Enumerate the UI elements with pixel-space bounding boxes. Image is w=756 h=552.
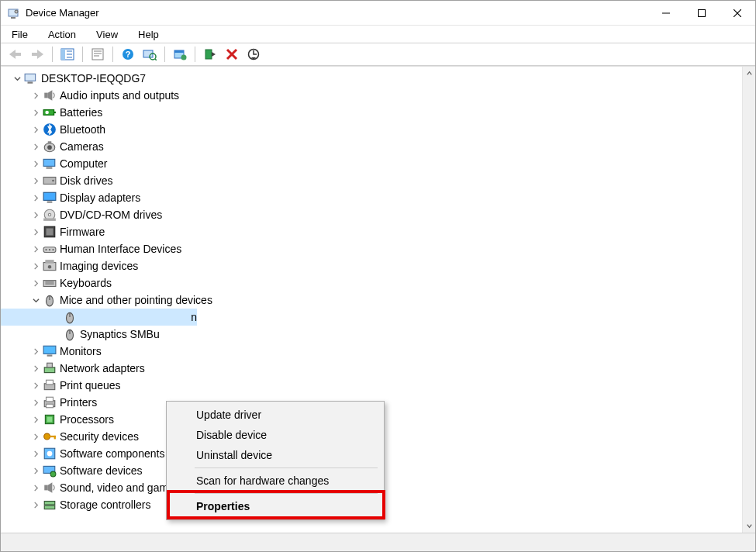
tree-node[interactable]: Computer xyxy=(1,155,742,172)
tree-node[interactable]: Keyboards xyxy=(1,274,742,292)
menu-file[interactable]: File xyxy=(9,27,31,42)
show-hide-tree-button[interactable] xyxy=(57,45,78,64)
tree-node[interactable]: Audio inputs and outputs xyxy=(1,87,742,104)
scroll-up-button[interactable] xyxy=(743,67,755,80)
tree-node-label: Print queues xyxy=(60,379,121,392)
scan-hardware-button[interactable] xyxy=(140,45,160,64)
svg-rect-86 xyxy=(44,502,55,505)
update-driver-button[interactable] xyxy=(170,45,190,64)
chevron-down-icon[interactable] xyxy=(12,73,22,84)
chevron-right-icon[interactable] xyxy=(30,175,41,186)
maximize-button[interactable] xyxy=(684,1,720,26)
toolbar: ? xyxy=(1,43,755,66)
tree-node-label: Monitors xyxy=(60,345,102,357)
chevron-right-icon[interactable] xyxy=(30,278,41,288)
tree-node-label: Storage controllers xyxy=(60,499,151,511)
chevron-right-icon[interactable] xyxy=(30,192,41,203)
minimize-button[interactable] xyxy=(648,1,684,26)
svg-rect-74 xyxy=(47,397,54,402)
svg-point-52 xyxy=(45,249,47,250)
ctx-separator xyxy=(195,493,378,494)
svg-point-35 xyxy=(45,111,49,115)
tree-node[interactable]: Firmware xyxy=(1,223,742,240)
tree-node[interactable]: Bluetooth xyxy=(1,121,742,138)
chevron-down-icon[interactable] xyxy=(30,295,41,305)
svg-rect-45 xyxy=(47,202,53,203)
ctx-disable-device[interactable]: Disable device xyxy=(168,425,382,445)
chevron-right-icon[interactable] xyxy=(30,499,41,510)
chevron-right-icon[interactable] xyxy=(30,363,41,374)
chevron-right-icon[interactable] xyxy=(30,397,41,408)
chevron-right-icon[interactable] xyxy=(30,380,41,391)
tree-node[interactable]: Batteries xyxy=(1,104,742,121)
chevron-right-icon[interactable] xyxy=(30,346,41,357)
printqueue-icon xyxy=(43,379,57,392)
tree-node[interactable]: Imaging devices xyxy=(1,257,742,274)
ctx-update-driver[interactable]: Update driver xyxy=(168,405,382,425)
chevron-right-icon[interactable] xyxy=(30,209,41,220)
help-button[interactable]: ? xyxy=(118,45,138,64)
nav-forward-button[interactable] xyxy=(27,45,47,64)
svg-rect-26 xyxy=(205,50,212,59)
disk-icon xyxy=(43,174,57,187)
vertical-scrollbar[interactable] xyxy=(742,67,755,533)
chevron-right-icon[interactable] xyxy=(30,124,41,135)
chevron-right-icon[interactable] xyxy=(30,90,41,101)
tree-node[interactable]: Display adapters xyxy=(1,189,742,206)
close-button[interactable] xyxy=(720,1,755,26)
properties-button[interactable] xyxy=(88,45,108,64)
ctx-scan-hardware[interactable]: Scan for hardware changes xyxy=(168,471,382,491)
tree-node[interactable]: Human Interface Devices xyxy=(1,240,742,257)
disable-device-button[interactable] xyxy=(243,45,264,64)
tree-node[interactable]: Disk drives xyxy=(1,172,742,189)
chevron-right-icon[interactable] xyxy=(30,226,41,237)
svg-point-54 xyxy=(52,249,54,250)
svg-rect-1 xyxy=(11,17,16,19)
chevron-right-icon[interactable] xyxy=(30,448,41,459)
tree-root[interactable]: DESKTOP-IEQQDG7 xyxy=(1,70,742,87)
chevron-right-icon[interactable] xyxy=(30,260,41,271)
enable-device-button[interactable] xyxy=(200,45,220,64)
svg-point-2 xyxy=(15,10,18,13)
tree-node[interactable]: Print queues xyxy=(1,377,742,394)
chevron-right-icon[interactable] xyxy=(30,414,41,425)
computer-icon xyxy=(43,157,57,170)
hid-icon xyxy=(43,243,57,255)
tree-device[interactable]: Synaptics SMBu xyxy=(1,326,742,343)
ctx-properties[interactable]: Properties xyxy=(168,496,382,516)
mouse-icon xyxy=(43,294,57,306)
context-menu: Update driver Disable device Uninstall d… xyxy=(166,401,385,520)
tree-node-label: Human Interface Devices xyxy=(60,243,181,255)
tree-node[interactable]: Cameras xyxy=(1,138,742,155)
bluetooth-icon xyxy=(43,123,57,136)
tree-node[interactable]: Monitors xyxy=(1,343,742,360)
scroll-down-button[interactable] xyxy=(743,519,755,533)
chevron-right-icon[interactable] xyxy=(30,158,41,169)
tree-device-selected[interactable]: n xyxy=(1,309,197,326)
chevron-right-icon[interactable] xyxy=(30,107,41,118)
camera-icon xyxy=(43,140,57,153)
menu-view[interactable]: View xyxy=(93,27,121,42)
menu-help[interactable]: Help xyxy=(135,27,162,42)
chevron-right-icon[interactable] xyxy=(30,243,41,254)
svg-rect-41 xyxy=(47,167,53,169)
speaker-icon xyxy=(43,89,57,102)
tree-node-label: Mice and other pointing devices xyxy=(60,294,212,306)
chevron-right-icon[interactable] xyxy=(30,141,41,152)
chevron-right-icon[interactable] xyxy=(30,465,41,476)
tree-node[interactable]: DVD/CD-ROM drives xyxy=(1,206,742,223)
svg-line-22 xyxy=(155,59,157,60)
storage-icon xyxy=(43,499,57,511)
svg-rect-68 xyxy=(47,355,53,357)
uninstall-device-button[interactable] xyxy=(222,45,242,64)
tree-node[interactable]: Network adapters xyxy=(1,360,742,377)
menu-action[interactable]: Action xyxy=(45,27,79,42)
chevron-right-icon[interactable] xyxy=(30,482,41,493)
tree-node[interactable]: Mice and other pointing devices xyxy=(1,292,742,309)
svg-rect-31 xyxy=(28,82,33,84)
nav-back-button[interactable] xyxy=(5,45,26,64)
tree-node-label: Display adapters xyxy=(60,191,140,204)
ctx-uninstall-device[interactable]: Uninstall device xyxy=(168,445,382,465)
chevron-right-icon[interactable] xyxy=(30,431,41,442)
tree-device-label: n xyxy=(191,311,197,323)
